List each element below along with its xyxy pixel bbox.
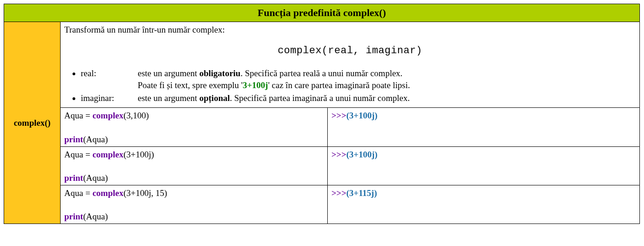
arg-imaginar: imaginar: este un argument opțional. Spe… <box>81 92 636 104</box>
signature: complex(real, imaginar) <box>64 44 636 58</box>
keyword: complex <box>92 111 123 120</box>
arg-imaginar-desc: este un argument opțional. Specifică par… <box>138 92 636 104</box>
text: . Specifică partea imaginară a unui numă… <box>230 93 410 103</box>
example-row: Aqua = complex(3+100j) print(Aqua) >>>(3… <box>4 146 640 185</box>
output-line: >>>(3+115j) <box>331 187 636 199</box>
code-line: Aqua = complex(3,100) <box>64 110 324 122</box>
bold-text: opțional <box>199 93 230 103</box>
output-line: >>>(3+100j) <box>331 149 636 161</box>
code-line: print(Aqua) <box>64 211 324 223</box>
bold-text: obligatoriu <box>199 68 241 78</box>
output-cell: >>>(3+100j) <box>328 108 640 146</box>
prompt: >>> <box>331 150 346 159</box>
output-cell: >>>(3+100j) <box>328 146 640 185</box>
text: Aqua = <box>64 111 92 120</box>
output-value: (3+100j) <box>346 111 377 120</box>
text: . Specifică partea reală a unui număr co… <box>241 68 403 78</box>
output-value: (3+100j) <box>346 150 377 159</box>
text: (3,100) <box>123 111 149 120</box>
text: (Aqua) <box>83 212 108 221</box>
code-cell: Aqua = complex(3+100j, 15) print(Aqua) <box>61 185 328 224</box>
side-label: complex() <box>4 22 61 224</box>
intro-text: Transformă un număr într-un număr comple… <box>64 24 636 36</box>
arg-real-name: real: <box>81 67 138 79</box>
output-line: >>>(3+100j) <box>331 110 636 122</box>
code-cell: Aqua = complex(3,100) print(Aqua) <box>61 108 328 146</box>
code-line: print(Aqua) <box>64 172 324 184</box>
keyword: print <box>64 134 83 144</box>
text: (3+100j, 15) <box>123 188 167 198</box>
code-line: print(Aqua) <box>64 134 324 145</box>
keyword: print <box>64 173 83 183</box>
arg-real: real: este un argument obligatoriu. Spec… <box>81 67 636 91</box>
example-row: Aqua = complex(3+100j, 15) print(Aqua) >… <box>4 185 640 224</box>
page-title: Funcția predefinită complex() <box>4 4 640 22</box>
text: ' caz în care partea imaginară poate lip… <box>268 80 410 90</box>
text: (3+100j) <box>123 150 154 159</box>
arg-imaginar-name: imaginar: <box>81 92 138 104</box>
text: Aqua = <box>64 188 92 198</box>
arg-real-desc2: Poate fi și text, spre exemplu '3+100j' … <box>138 79 636 91</box>
output-value: (3+115j) <box>346 188 377 198</box>
keyword: print <box>64 212 83 221</box>
doc-table: Funcția predefinită complex() complex() … <box>4 4 640 224</box>
text: Aqua = <box>64 150 92 159</box>
text: (Aqua) <box>83 134 108 144</box>
text: (Aqua) <box>83 173 108 183</box>
text: este un argument <box>138 93 199 103</box>
text: Poate fi și text, spre exemplu ' <box>138 80 243 90</box>
keyword: complex <box>92 150 123 159</box>
argument-list: real: este un argument obligatoriu. Spec… <box>81 67 636 104</box>
code-cell: Aqua = complex(3+100j) print(Aqua) <box>61 146 328 185</box>
example-row: Aqua = complex(3,100) print(Aqua) >>>(3+… <box>4 108 640 146</box>
output-cell: >>>(3+115j) <box>328 185 640 224</box>
code-line: Aqua = complex(3+100j) <box>64 149 324 161</box>
description-cell: Transformă un număr într-un număr comple… <box>61 22 640 108</box>
text: este un argument <box>138 68 199 78</box>
keyword: complex <box>92 188 123 198</box>
code-line: Aqua = complex(3+100j, 15) <box>64 187 324 199</box>
code-literal: 3+100j <box>243 80 268 90</box>
prompt: >>> <box>331 111 346 120</box>
arg-real-desc1: este un argument obligatoriu. Specifică … <box>138 67 636 79</box>
prompt: >>> <box>331 188 346 198</box>
